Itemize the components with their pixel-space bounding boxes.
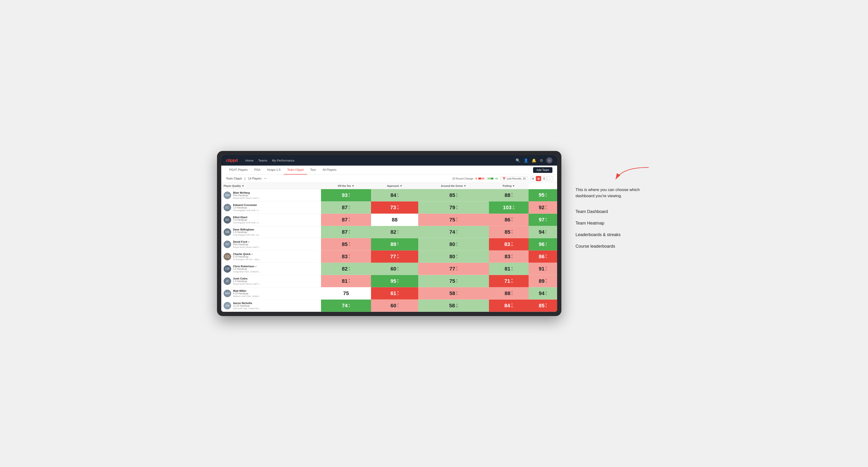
metric-value: 81 <box>504 266 510 272</box>
player-cell[interactable]: CR Chris Robertson ✔ 1-5 Handicap Craigm… <box>221 263 321 275</box>
down-arrow: ▼ <box>511 291 513 293</box>
view-table-icon[interactable]: ▦ <box>536 176 541 181</box>
metric-cell: 97 ▲ 5 <box>529 214 557 226</box>
metric-cell: 77 ▼ 14 <box>371 250 418 263</box>
metric-change: ▲ 2 <box>456 279 458 283</box>
player-cell[interactable]: CQ Charlie Quick ✔ 6-10 Handicap St Geor… <box>221 250 321 263</box>
player-info: AN Aaron Nicholls 11-15 Handicap Drift G… <box>224 302 319 310</box>
metric-inner: 74 ▲ 1 <box>418 226 489 238</box>
add-team-button[interactable]: Add Team <box>533 167 552 173</box>
metric-inner: 60 ▲ 2 <box>371 263 418 275</box>
metric-value: 75 <box>450 217 455 222</box>
player-cell[interactable]: AN Aaron Nicholls 11-15 Handicap Drift G… <box>221 300 321 312</box>
metric-cell: 74 ▲ 8 <box>321 300 371 312</box>
player-info: BM Blair McHarg Plus Handicap Royal Nort… <box>224 191 319 199</box>
sub-nav-team-clippd[interactable]: Team Clippd <box>284 165 307 175</box>
edit-icon[interactable]: ✏ <box>265 177 267 180</box>
up-arrow: ▲ <box>397 279 399 281</box>
search-icon[interactable]: 🔍 <box>516 158 520 163</box>
nav-link-performance[interactable]: My Performance <box>272 159 294 162</box>
metric-value: 103 <box>503 205 512 210</box>
player-cell[interactable]: BM Blair McHarg Plus Handicap Royal Nort… <box>221 189 321 201</box>
metric-change: ▲ 3 <box>545 291 547 295</box>
metric-cell: 80 ▲ 1 <box>418 250 489 263</box>
player-details: Edward Crossman 1-5 Handicap Sunningdale… <box>233 204 319 212</box>
metric-cell: 74 ▲ 1 <box>418 226 489 238</box>
bell-icon[interactable]: 🔔 <box>532 158 536 163</box>
player-cell[interactable]: DF David Ford ✔ Plus Handicap Royal Nort… <box>221 238 321 250</box>
down-arrow: ▼ <box>511 229 513 232</box>
metric-change: ▲ 2 <box>397 266 399 271</box>
player-cell[interactable]: MM Matt Miller 6-10 Handicap Woburn Golf… <box>221 287 321 300</box>
player-cell[interactable]: JC Josh Coles 1-5 Handicap Royal North D… <box>221 275 321 287</box>
metric-change: ▼ 4 <box>545 303 547 308</box>
metric-change: ▲ 8 <box>348 303 350 308</box>
metric-cell: 83 ▼ 10 <box>489 238 529 250</box>
metric-change: ▼ 3 <box>348 279 350 283</box>
metric-cell: 84 ▲ 6 <box>371 189 418 201</box>
avatar[interactable]: U <box>546 157 552 163</box>
metric-cell: 88 <box>371 214 418 226</box>
player-details: Aaron Nicholls 11-15 Handicap Drift Golf… <box>233 302 319 310</box>
metric-cell: 73 ▼ 11 <box>371 201 418 214</box>
player-handicap: Plus Handicap <box>233 194 319 197</box>
metric-cell: 87 ▼ 3 <box>321 214 371 226</box>
metric-cell: 103 ▲ 15 <box>489 201 529 214</box>
col-header-tee[interactable]: Off the Tee ▼ <box>321 183 371 189</box>
player-cell[interactable]: DB Dave Billingham 1-5 Handicap Gog Mago… <box>221 226 321 238</box>
player-avatar: JC <box>224 277 231 285</box>
down-arrow: ▼ <box>511 242 513 244</box>
user-icon[interactable]: 👤 <box>524 158 528 163</box>
metric-inner: 60 ▼ 1 <box>371 300 418 312</box>
metric-inner: 79 ▲ 9 <box>418 201 489 214</box>
sub-nav-all-players[interactable]: All Players <box>319 165 340 175</box>
metric-value: 80 <box>450 254 455 259</box>
metric-cell: 88 ▼ 1 <box>489 189 529 201</box>
player-cell[interactable]: EE Elliot Ebert 1-5 Handicap Sunningdale… <box>221 214 321 226</box>
settings-icon[interactable]: ⚙ <box>540 158 543 163</box>
metric-value: 86 <box>539 254 545 259</box>
metric-inner: 77 ▼ 14 <box>371 250 418 262</box>
last-rounds-button[interactable]: 📅 Last Rounds: 20 <box>500 176 528 181</box>
metric-value: 74 <box>450 229 455 235</box>
col-header-around[interactable]: Around the Green ▼ <box>418 183 489 189</box>
up-arrow: ▲ <box>545 217 547 220</box>
sub-nav-pgat[interactable]: PGAT Players <box>226 165 251 175</box>
scale-green-1 <box>488 178 490 180</box>
metric-change: ▲ 8 <box>397 279 399 283</box>
down-arrow: ▼ <box>511 217 513 220</box>
page-wrapper: clippd Home Teams My Performance 🔍 👤 🔔 ⚙… <box>217 151 651 316</box>
scale-red-1 <box>478 178 481 180</box>
metric-inner: 87 ▼ 3 <box>321 214 371 226</box>
player-cell[interactable]: EC Edward Crossman 1-5 Handicap Sunningd… <box>221 201 321 214</box>
nav-link-home[interactable]: Home <box>245 159 253 162</box>
sub-nav-hcaps[interactable]: Hcaps 1-5 <box>264 165 284 175</box>
view-download-icon[interactable]: ↓ <box>547 176 552 181</box>
down-arrow: ▼ <box>397 254 399 256</box>
player-club: Royal North Devon Golf Club, United King… <box>233 246 261 248</box>
last-rounds-label: Last Rounds: <box>507 177 522 180</box>
sub-nav-pga[interactable]: PGA <box>251 165 264 175</box>
metric-cell: 75 ▲ 2 <box>418 275 489 287</box>
metric-value: 88 <box>504 193 510 198</box>
up-arrow: ▲ <box>545 229 547 232</box>
down-arrow: ▼ <box>397 303 399 305</box>
down-arrow: ▼ <box>545 254 547 256</box>
nav-link-teams[interactable]: Teams <box>258 159 267 162</box>
view-grid-icon[interactable]: ⊞ <box>530 176 535 181</box>
nav-actions: 🔍 👤 🔔 ⚙ U <box>516 157 552 163</box>
down-arrow: ▼ <box>545 279 547 281</box>
metric-value: 88 <box>504 291 510 296</box>
sub-nav-tour[interactable]: Tour <box>307 165 319 175</box>
metric-value: 84 <box>504 303 510 308</box>
view-list-icon[interactable]: ☰ <box>541 176 547 181</box>
col-header-player[interactable]: Player Quality ▼ <box>221 183 321 189</box>
metric-inner: 103 ▲ 15 <box>489 201 529 214</box>
metric-cell: 79 ▲ 9 <box>418 201 489 214</box>
metric-inner: 95 ▲ 9 <box>529 189 557 201</box>
player-details: Josh Coles 1-5 Handicap Royal North Devo… <box>233 277 319 285</box>
col-header-approach[interactable]: Approach ▼ <box>371 183 418 189</box>
metric-value: 85 <box>342 242 347 247</box>
col-header-putting[interactable]: Putting ▼ <box>489 183 529 189</box>
metric-change: ▼ 3 <box>348 254 350 259</box>
